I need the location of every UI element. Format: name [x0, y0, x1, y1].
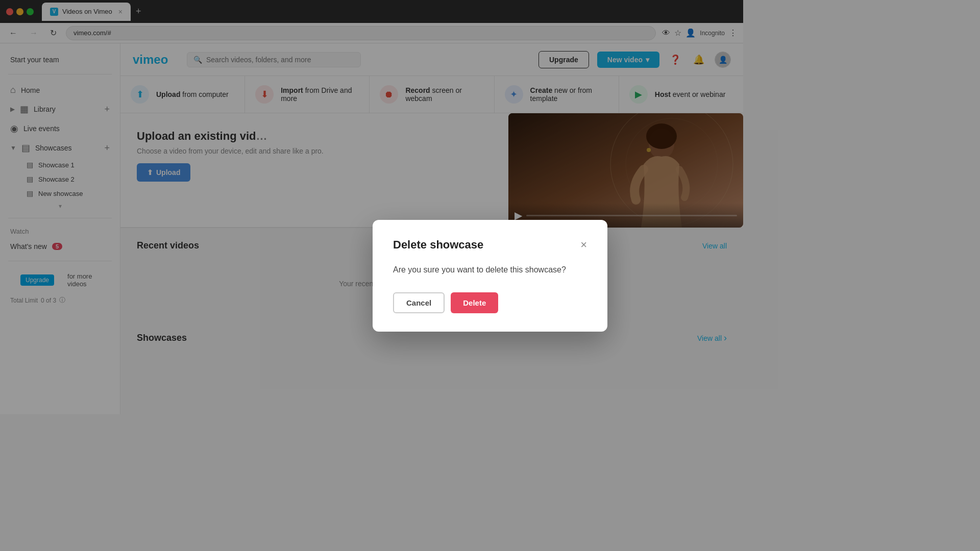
modal-title: Delete showcase	[393, 238, 483, 252]
modal-close-button[interactable]: ×	[580, 239, 587, 251]
modal-actions: Cancel Delete	[393, 292, 587, 313]
modal-header: Delete showcase ×	[393, 238, 587, 252]
cancel-button[interactable]: Cancel	[393, 292, 445, 313]
delete-button[interactable]: Delete	[451, 292, 498, 313]
modal-body-text: Are you sure you want to delete this sho…	[393, 264, 587, 276]
modal-body: Are you sure you want to delete this sho…	[393, 264, 587, 276]
modal-overlay[interactable]: Delete showcase × Are you sure you want …	[0, 0, 743, 414]
delete-showcase-modal: Delete showcase × Are you sure you want …	[373, 220, 607, 332]
